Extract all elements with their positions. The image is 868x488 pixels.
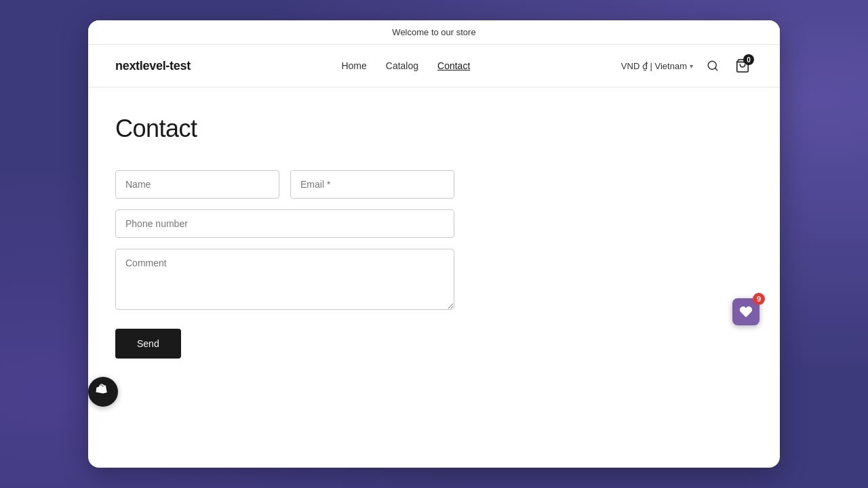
cart-button[interactable]: 0 xyxy=(732,56,753,76)
heart-icon xyxy=(739,305,753,319)
wishlist-fab-wrapper[interactable]: 9 xyxy=(787,380,814,407)
nav-contact[interactable]: Contact xyxy=(437,60,470,71)
wishlist-fab[interactable]: 9 xyxy=(732,298,760,325)
main-content: Contact Send xyxy=(88,87,780,468)
page-title: Contact xyxy=(115,115,753,143)
name-email-row xyxy=(115,170,454,199)
email-input[interactable] xyxy=(290,170,454,199)
name-input[interactable] xyxy=(115,170,279,199)
svg-line-1 xyxy=(715,68,717,70)
currency-selector[interactable]: VND ₫ | Vietnam ▾ xyxy=(621,61,693,71)
header-actions: VND ₫ | Vietnam ▾ 0 xyxy=(621,56,753,76)
search-icon xyxy=(707,60,719,72)
shopify-icon xyxy=(95,384,111,400)
header: nextlevel-test Home Catalog Contact VND … xyxy=(88,45,780,87)
nav-home[interactable]: Home xyxy=(341,60,366,71)
cart-icon-wrapper: 0 xyxy=(735,58,750,73)
comment-input[interactable] xyxy=(115,249,454,310)
site-logo: nextlevel-test xyxy=(115,59,191,73)
announcement-text: Welcome to our store xyxy=(392,27,475,37)
phone-input[interactable] xyxy=(115,209,454,238)
nav-catalog[interactable]: Catalog xyxy=(386,60,418,71)
chevron-down-icon: ▾ xyxy=(690,62,693,70)
announcement-bar: Welcome to our store xyxy=(88,20,780,45)
wishlist-badge: 9 xyxy=(753,293,765,305)
cart-badge: 0 xyxy=(743,54,754,65)
contact-form: Send xyxy=(115,170,454,359)
currency-label: VND ₫ | Vietnam xyxy=(621,61,687,71)
send-button[interactable]: Send xyxy=(115,329,181,359)
main-nav: Home Catalog Contact xyxy=(341,60,470,71)
search-button[interactable] xyxy=(704,57,722,75)
